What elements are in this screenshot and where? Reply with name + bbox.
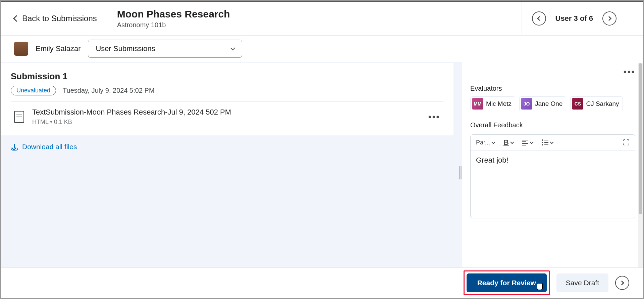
- feedback-editor: Par... B ⛶: [470, 134, 635, 218]
- chevron-right-icon: [606, 16, 611, 21]
- evaluator-name: CJ Sarkany: [586, 100, 619, 108]
- fullscreen-button[interactable]: ⛶: [623, 139, 630, 146]
- page-title: Moon Phases Research: [117, 8, 512, 20]
- prev-user-button[interactable]: [532, 11, 546, 26]
- back-to-submissions[interactable]: Back to Submissions: [14, 14, 117, 23]
- list-dropdown[interactable]: [542, 139, 553, 145]
- cursor-icon: [536, 282, 542, 290]
- highlight-annotation: Ready for Review: [464, 270, 550, 295]
- user-bar: Emily Salazar User Submissions: [1, 36, 643, 62]
- evaluators-label: Evaluators: [470, 85, 635, 92]
- chevron-down-icon: [491, 140, 495, 144]
- footer: Ready for Review Save Draft: [1, 267, 643, 298]
- evaluators-list: MM Mic Metz JO Jane One CS CJ Sarkany: [470, 96, 635, 111]
- submission-heading: Submission 1: [11, 71, 443, 82]
- align-dropdown[interactable]: [522, 140, 533, 145]
- evaluator-initials: MM: [472, 98, 483, 110]
- next-user-button[interactable]: [602, 11, 616, 26]
- status-badge: Unevaluated: [11, 86, 56, 95]
- dropdown-label: User Submissions: [96, 44, 155, 53]
- submission-panel: Submission 1 Unevaluated Tuesday, July 9…: [1, 62, 457, 284]
- file-meta: HTML • 0.1 KB: [32, 119, 417, 126]
- chevron-down-icon: [550, 140, 553, 144]
- header: Back to Submissions Moon Phases Research…: [14, 2, 630, 35]
- align-icon: [522, 140, 528, 145]
- bold-icon: B: [503, 138, 509, 147]
- download-label: Download all files: [22, 143, 77, 151]
- evaluator-initials: JO: [521, 98, 532, 110]
- evaluator-chip[interactable]: CS CJ Sarkany: [570, 96, 623, 111]
- evaluation-panel: ••• Evaluators MM Mic Metz JO Jane One C…: [462, 62, 643, 284]
- chevron-left-icon: [537, 16, 542, 21]
- evaluator-name: Jane One: [535, 100, 562, 108]
- document-icon: [14, 111, 24, 123]
- feedback-label: Overall Feedback: [470, 121, 635, 129]
- back-label: Back to Submissions: [22, 14, 97, 23]
- chevron-down-icon: [530, 140, 533, 144]
- file-row[interactable]: TextSubmission-Moon Phases Research-Jul …: [11, 101, 443, 132]
- avatar: [14, 42, 28, 56]
- editor-toolbar: Par... B ⛶: [471, 135, 635, 151]
- chevron-down-icon: [230, 46, 235, 50]
- feedback-textarea[interactable]: Great job!: [471, 151, 635, 170]
- user-nav-label: User 3 of 6: [555, 14, 593, 23]
- ready-for-review-button[interactable]: Ready for Review: [467, 273, 547, 292]
- file-more-menu[interactable]: •••: [425, 112, 443, 122]
- chevron-left-icon: [13, 15, 20, 22]
- save-draft-button[interactable]: Save Draft: [556, 273, 608, 292]
- chevron-down-icon: [510, 140, 514, 144]
- chevron-right-icon: [619, 280, 624, 285]
- next-action-button[interactable]: [615, 276, 629, 290]
- paragraph-style-dropdown[interactable]: Par...: [476, 139, 495, 146]
- page-subtitle: Astronomy 101b: [117, 21, 512, 29]
- evaluator-name: Mic Metz: [486, 100, 512, 108]
- scrollbar[interactable]: [638, 63, 643, 282]
- panel-splitter[interactable]: [457, 62, 462, 284]
- evaluator-chip[interactable]: MM Mic Metz: [470, 96, 515, 111]
- user-nav: User 3 of 6: [532, 11, 630, 26]
- title-block: Moon Phases Research Astronomy 101b: [117, 8, 512, 29]
- list-icon: [542, 139, 548, 145]
- download-all-files[interactable]: Download all files: [1, 135, 457, 158]
- evaluator-chip[interactable]: JO Jane One: [519, 96, 566, 111]
- file-name: TextSubmission-Moon Phases Research-Jul …: [32, 108, 417, 117]
- submission-card: Submission 1 Unevaluated Tuesday, July 9…: [1, 63, 453, 135]
- expand-icon: ⛶: [623, 139, 630, 146]
- header-divider: [522, 2, 522, 35]
- student-name: Emily Salazar: [36, 44, 80, 53]
- evaluator-initials: CS: [572, 98, 583, 110]
- panel-more-menu[interactable]: •••: [624, 67, 635, 77]
- bold-dropdown[interactable]: B: [503, 138, 514, 147]
- download-icon: [11, 143, 18, 151]
- submission-timestamp: Tuesday, July 9, 2024 5:02 PM: [63, 87, 155, 94]
- submissions-dropdown[interactable]: User Submissions: [88, 40, 242, 58]
